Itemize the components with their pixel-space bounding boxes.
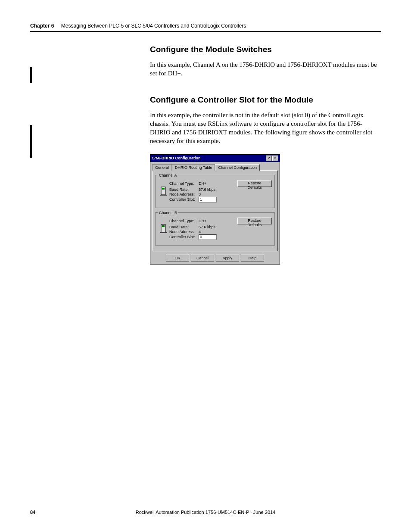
module-icon: [158, 187, 169, 196]
help-button[interactable]: Help: [241, 255, 264, 261]
controller-slot-input[interactable]: [199, 234, 217, 240]
value-channel-type: DH+: [199, 219, 224, 223]
channel-b-group: Channel B Channel Type:DH+ Restore Defau…: [155, 211, 275, 246]
cancel-button[interactable]: Cancel: [191, 255, 214, 261]
section-heading: Configure the Module Switches: [150, 45, 378, 54]
label-node-address: Node Address:: [169, 192, 199, 196]
restore-defaults-button[interactable]: Restore Defaults: [237, 180, 272, 187]
svg-rect-4: [162, 225, 165, 227]
value-node-address: 4: [199, 230, 224, 234]
tab-general[interactable]: General: [152, 164, 172, 171]
config-dialog: 1756-DHRIO Configuration ? × General DHR…: [150, 154, 280, 264]
value-baud-rate: 57.6 kbps: [199, 187, 224, 192]
change-bar: [30, 125, 32, 158]
apply-button[interactable]: Apply: [216, 255, 239, 261]
tab-panel: Channel A Channel Type:DH+ Restore Defau…: [152, 170, 278, 251]
ok-button[interactable]: OK: [166, 255, 189, 261]
page-header: Chapter 6 Messaging Between PLC-5 or SLC…: [30, 22, 381, 32]
svg-rect-2: [160, 195, 167, 196]
module-icon: [158, 224, 169, 233]
page-number: 84: [30, 510, 35, 515]
channel-a-group: Channel A Channel Type:DH+ Restore Defau…: [155, 173, 275, 208]
tab-channel-config[interactable]: Channel Configuration: [215, 164, 260, 171]
body-paragraph: In this example, the controller is not i…: [150, 111, 378, 146]
chapter-title: Messaging Between PLC-5 or SLC 5/04 Cont…: [61, 23, 246, 29]
value-node-address: 3: [199, 192, 224, 196]
tab-routing[interactable]: DHRIO Routing Table: [172, 164, 215, 171]
tab-strip: General DHRIO Routing Table Channel Conf…: [150, 162, 280, 170]
label-node-address: Node Address:: [169, 230, 199, 234]
label-channel-type: Channel Type:: [169, 181, 199, 186]
section-heading: Configure a Controller Slot for the Modu…: [150, 95, 378, 105]
publication-id: Rockwell Automation Publication 1756-UM5…: [136, 510, 275, 515]
page-footer: 84 Rockwell Automation Publication 1756-…: [30, 510, 381, 515]
change-bar: [30, 67, 32, 83]
body-paragraph: In this example, Channel A on the 1756-D…: [150, 60, 378, 78]
label-channel-type: Channel Type:: [169, 219, 199, 223]
value-channel-type: DH+: [199, 181, 224, 186]
svg-rect-5: [160, 232, 167, 233]
dialog-title: 1756-DHRIO Configuration: [152, 156, 201, 160]
channel-b-legend: Channel B: [158, 211, 178, 215]
help-icon[interactable]: ?: [266, 156, 272, 161]
channel-a-legend: Channel A: [158, 173, 178, 177]
dialog-button-row: OK Cancel Apply Help: [150, 253, 280, 264]
dialog-titlebar: 1756-DHRIO Configuration ? ×: [150, 155, 280, 162]
label-baud-rate: Baud Rate:: [169, 225, 199, 229]
label-baud-rate: Baud Rate:: [169, 187, 199, 192]
restore-defaults-button[interactable]: Restore Defaults: [237, 218, 272, 224]
controller-slot-input[interactable]: [199, 197, 217, 202]
value-baud-rate: 57.6 kbps: [199, 225, 224, 229]
svg-rect-1: [162, 188, 165, 190]
close-icon[interactable]: ×: [272, 156, 278, 161]
label-controller-slot: Controller Slot:: [169, 197, 199, 202]
label-controller-slot: Controller Slot:: [169, 235, 199, 239]
chapter-label: Chapter 6: [30, 23, 54, 29]
